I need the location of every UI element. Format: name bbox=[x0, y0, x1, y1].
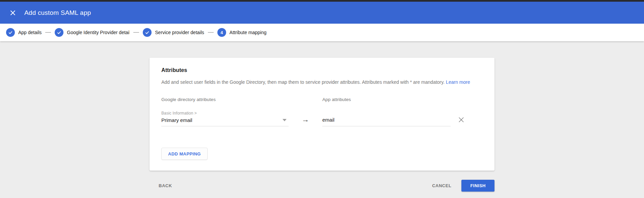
column-header-app-attributes: App attributes bbox=[322, 97, 451, 102]
step-label: App details bbox=[18, 30, 42, 35]
step-connector bbox=[208, 32, 214, 33]
back-button[interactable]: BACK bbox=[156, 181, 175, 190]
step-attribute-mapping[interactable]: 4 Attribute mapping bbox=[217, 28, 267, 37]
step-number: 4 bbox=[220, 30, 223, 35]
dialog-title: Add custom SAML app bbox=[24, 9, 91, 17]
select-value-row: Primary email bbox=[161, 117, 289, 123]
select-selected-value: Primary email bbox=[161, 117, 192, 123]
finish-button[interactable]: FINISH bbox=[461, 180, 494, 192]
step-connector bbox=[45, 32, 51, 33]
directory-attribute-select[interactable]: Basic Information > Primary email bbox=[161, 111, 289, 126]
step-connector bbox=[133, 32, 139, 33]
check-icon bbox=[56, 30, 62, 35]
step-app-details[interactable]: App details bbox=[6, 28, 42, 37]
arrow-right-icon: → bbox=[302, 116, 309, 123]
step-complete-icon bbox=[143, 28, 152, 37]
step-label: Attribute mapping bbox=[230, 30, 267, 35]
card-heading: Attributes bbox=[161, 67, 483, 73]
remove-mapping-cell bbox=[451, 116, 483, 126]
close-button[interactable] bbox=[7, 7, 19, 19]
step-complete-icon bbox=[55, 28, 63, 37]
dialog-header: Add custom SAML app bbox=[0, 2, 644, 24]
card-description-text: Add and select user fields in the Google… bbox=[161, 79, 445, 85]
step-label: Google Identity Provider details bbox=[67, 30, 130, 35]
remove-mapping-button[interactable] bbox=[457, 116, 465, 124]
mapping-grid: Google directory attributes App attribut… bbox=[161, 97, 483, 126]
cancel-button[interactable]: CANCEL bbox=[429, 181, 454, 190]
column-header-directory-attributes: Google directory attributes bbox=[161, 97, 289, 102]
check-icon bbox=[144, 30, 150, 35]
close-icon bbox=[9, 9, 17, 17]
dialog-body: Attributes Add and select user fields in… bbox=[0, 58, 644, 192]
check-icon bbox=[8, 30, 13, 35]
step-service-provider-details[interactable]: Service provider details bbox=[143, 28, 204, 37]
select-category-path: Basic Information > bbox=[161, 111, 289, 116]
learn-more-link[interactable]: Learn more bbox=[446, 79, 470, 85]
step-label: Service provider details bbox=[155, 30, 204, 35]
step-google-idp-details[interactable]: Google Identity Provider details bbox=[55, 28, 130, 37]
app-attribute-field bbox=[322, 117, 451, 126]
close-icon bbox=[457, 116, 465, 124]
card-description: Add and select user fields in the Google… bbox=[161, 79, 483, 85]
wizard-stepper: App details Google Identity Provider det… bbox=[0, 24, 644, 41]
add-mapping-button[interactable]: ADD MAPPING bbox=[161, 148, 208, 160]
dropdown-caret-icon bbox=[283, 119, 287, 121]
step-complete-icon bbox=[6, 28, 15, 37]
app-attribute-input[interactable] bbox=[322, 117, 451, 126]
wizard-footer: BACK CANCEL FINISH bbox=[150, 179, 494, 192]
step-number-badge: 4 bbox=[217, 28, 226, 37]
mapping-arrow-cell: → bbox=[289, 116, 322, 126]
attributes-card: Attributes Add and select user fields in… bbox=[150, 58, 494, 171]
